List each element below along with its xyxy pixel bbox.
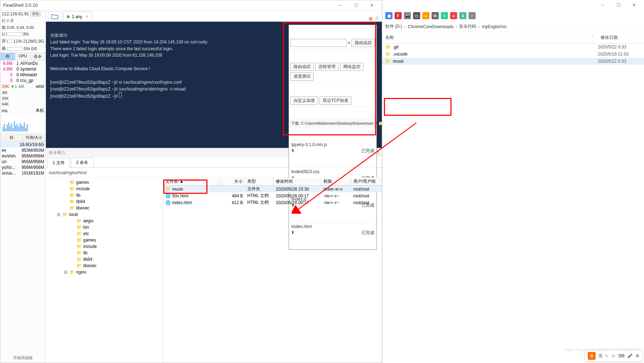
tcp-accel-button[interactable]: 双边TCP加速 — [320, 97, 352, 105]
breadcrumb-item[interactable]: myEnglishVu — [482, 24, 507, 29]
tree-node[interactable]: 📁lib64 — [46, 198, 163, 205]
folder-icon: 📁 — [69, 206, 75, 211]
dl-item[interactable]: \jquery-3.1.0.min.js⬆已完成 — [289, 140, 376, 155]
tree-node[interactable]: 📁aegis — [46, 218, 163, 224]
remote-path[interactable]: /usr/local/nginx/html — [49, 170, 328, 175]
tree-node[interactable]: 📁lib — [46, 250, 163, 256]
upgrade-link[interactable]: 升级高级版 — [0, 353, 46, 363]
folder-icon[interactable]: 📁 — [378, 120, 382, 126]
session-tab-any[interactable]: 1 any × — [63, 11, 92, 21]
file-row[interactable]: 📁music文件夹2020/05/26 23:30drwxr-xr-xroot/… — [163, 186, 382, 192]
close-button[interactable]: ✕ — [627, 1, 641, 9]
expand-icon[interactable]: ⊟ — [57, 212, 61, 217]
col-name[interactable]: 名称 — [382, 33, 587, 42]
explorer-row[interactable]: 📁.vscode2020/5/19 21:53 — [382, 51, 644, 58]
tree-node[interactable]: 📁games — [46, 179, 163, 186]
col-mtime[interactable]: 修改时间 — [274, 178, 321, 185]
explorer-row[interactable]: 📁.git2020/5/22 0:33 — [382, 43, 644, 51]
tree-pane[interactable]: 📁games📁include📁lib📁lib64📁libexec⊟📁local📁… — [46, 178, 163, 363]
breadcrumb-item[interactable]: ChromeCoreDownloads — [408, 24, 453, 29]
chevron-down-icon[interactable]: ▾ — [375, 120, 377, 126]
close-button[interactable]: ✕ — [365, 1, 379, 10]
tree-label: lib — [83, 250, 88, 255]
ext-icon[interactable]: ▦ — [385, 12, 392, 19]
folder-icon: 📁 — [69, 199, 75, 204]
tree-node[interactable]: ⊟📁local — [46, 211, 163, 218]
col-perm[interactable]: 权限 — [321, 178, 351, 185]
tree-node[interactable]: 📁lib64 — [46, 256, 163, 263]
folder-icon: 📁 — [76, 231, 82, 236]
mem-pct: 11% — [14, 39, 22, 44]
settings-icon[interactable]: ⚙ — [635, 353, 639, 358]
file-name: 50x.html — [172, 193, 188, 198]
ime-lang[interactable]: 英 — [598, 353, 603, 359]
col-type[interactable]: 类型 — [245, 178, 274, 185]
proc-mgr-button[interactable]: 进程管理 — [315, 63, 339, 71]
emoji-icon[interactable]: ☺ — [611, 353, 616, 358]
folder-icon: 📁 — [76, 250, 82, 255]
ime-bar[interactable]: S 英 •, ☺ ⌨ 🎤 ⚙ — [585, 350, 643, 362]
file-row[interactable]: 🌐index.html612 BHTML 文档2020/05/26 00:17-… — [163, 199, 382, 206]
tree-node[interactable]: 📁bin — [46, 224, 163, 230]
tree-node[interactable]: 📁games — [46, 237, 163, 243]
route-trace-button[interactable]: 路由追踪 — [290, 63, 314, 71]
mem-label: 存 — [2, 38, 6, 44]
ext-icon[interactable]: ⬇ — [459, 12, 466, 19]
tree-node[interactable]: 📁include — [46, 186, 163, 192]
col-size[interactable]: 大小 — [220, 178, 245, 185]
ext-icon[interactable]: F — [395, 12, 402, 19]
col-owner[interactable]: 用户/用户组 — [351, 178, 382, 185]
speed-test-button[interactable]: 速度测试 — [290, 72, 314, 81]
minimize-button[interactable]: ─ — [596, 1, 610, 9]
terminal[interactable]: 连接成功 Last failed login: Tue May 26 19:05… — [46, 22, 382, 148]
tab-cmd[interactable]: 2 命令 — [71, 157, 94, 167]
ext-icon[interactable]: ≈ — [441, 12, 448, 19]
maximize-button[interactable]: ☐ — [349, 1, 363, 10]
grid-view-icon[interactable]: ▦ — [368, 16, 373, 21]
trace-input[interactable] — [290, 39, 347, 47]
mic-icon[interactable]: 🎤 — [627, 353, 633, 358]
close-tab-icon[interactable]: × — [86, 14, 88, 19]
file-row[interactable]: 🌐50x.html494 BHTML 文档2020/05/26 00:17-rw… — [163, 192, 382, 199]
punct-icon[interactable]: •, — [606, 353, 608, 358]
ext-icon[interactable]: ● — [450, 12, 457, 19]
cmd-input[interactable]: 命令输入 — [46, 150, 301, 156]
local-label: 本机 — [36, 108, 44, 114]
breadcrumb: 软件 (D:)› ChromeCoreDownloads› 音乐代码› myEn… — [382, 21, 644, 32]
open-folder-button[interactable] — [48, 11, 62, 21]
tree-node[interactable]: 📁lib — [46, 192, 163, 198]
ext-icon[interactable]: ◻ — [413, 12, 420, 19]
col-name[interactable]: 文件名 ▲ — [163, 178, 220, 185]
tab-files[interactable]: 1 文件 — [47, 158, 70, 168]
custom-accel-button[interactable]: 自定义加速 — [290, 97, 318, 105]
copy-button[interactable]: 复制 — [30, 11, 41, 17]
tree-node[interactable]: 📁libexec — [46, 263, 163, 269]
ext-icon[interactable]: ∞ — [422, 12, 429, 19]
tab-mem[interactable]: 存 — [0, 53, 15, 60]
ext-icon[interactable]: IA — [432, 12, 439, 19]
menu-icon[interactable]: ☰ — [374, 16, 380, 21]
tree-node[interactable]: ⊟📁nginx — [46, 269, 163, 275]
keyboard-icon[interactable]: ⌨ — [618, 353, 624, 358]
net-monitor-button[interactable]: 网络监控 — [340, 63, 364, 71]
folder-icon: 📁 — [69, 186, 75, 191]
tree-node[interactable]: 📁libexec — [46, 205, 163, 211]
breadcrumb-item[interactable]: 音乐代码 — [459, 24, 476, 30]
trace-button[interactable]: 路由追踪 — [352, 39, 375, 47]
minimize-button[interactable]: ─ — [333, 1, 348, 10]
dropdown-icon[interactable]: ▾ — [348, 40, 350, 46]
tree-label: include — [76, 186, 90, 191]
maximize-button[interactable]: ☐ — [611, 1, 625, 9]
ext-icon[interactable]: 📷 — [404, 12, 411, 19]
sort-icon[interactable]: ˄ — [587, 33, 598, 42]
tab-cmd[interactable]: 命令 — [31, 53, 46, 60]
breadcrumb-item[interactable]: 软件 (D:) — [385, 24, 402, 30]
col-date[interactable]: 修改日期 — [598, 33, 644, 42]
tree-node[interactable]: 📁include — [46, 243, 163, 250]
sogou-icon[interactable]: S — [588, 352, 596, 360]
tree-node[interactable]: 📁etc — [46, 230, 163, 237]
expand-icon[interactable]: ⊟ — [64, 270, 68, 275]
ext-icon[interactable]: ⋯ — [469, 12, 476, 19]
tab-cpu[interactable]: CPU — [15, 53, 30, 60]
explorer-row[interactable]: 📁music2020/5/22 0:33 — [382, 58, 644, 65]
